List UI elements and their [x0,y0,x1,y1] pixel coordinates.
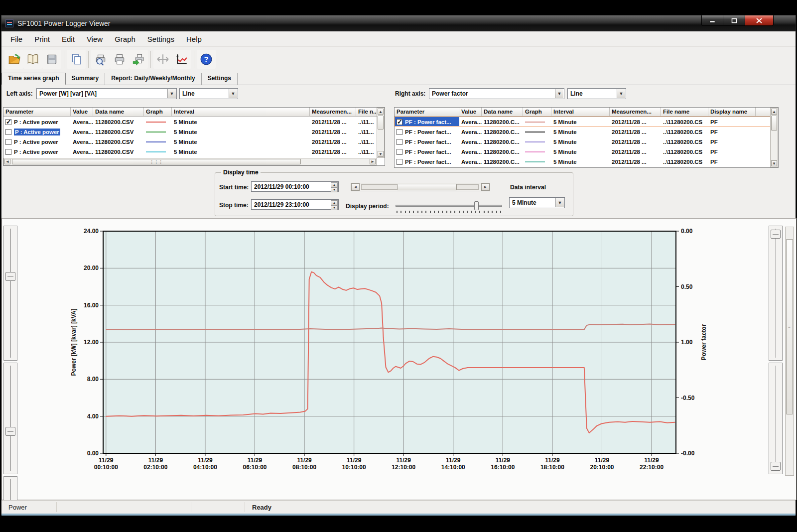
slider-thumb[interactable] [771,230,781,239]
row-checkbox[interactable] [397,129,402,135]
chart-vertical-scrollbar[interactable]: ≡ [785,227,794,476]
scroll-left-icon[interactable]: ◄ [351,183,360,191]
tab-time-series-graph[interactable]: Time series graph [1,73,66,85]
save-button[interactable] [42,50,61,69]
menu-item-edit[interactable]: Edit [56,33,81,45]
row-checkbox[interactable] [5,139,11,145]
menu-item-settings[interactable]: Settings [141,33,180,45]
column-header-6[interactable]: File n... [356,108,377,116]
scroll-down-icon[interactable]: ▼ [771,160,777,166]
row-checkbox[interactable] [5,129,11,135]
open-file-button[interactable] [4,50,23,69]
chevron-down-icon[interactable]: ▼ [167,89,176,98]
scroll-down-icon[interactable]: ▼ [378,151,384,157]
table-horizontal-scrollbar[interactable]: ◄⋮⋮⋮► [3,158,377,165]
right-axis-select[interactable]: Power factor ▼ [429,88,564,99]
column-header-0[interactable]: Parameter [395,108,459,116]
title-bar[interactable]: SF1001 Power Logger Viewer [1,15,796,31]
tab-summary[interactable]: Summary [66,73,106,85]
column-header-4[interactable]: Interval [172,108,310,116]
column-header-1[interactable]: Value [459,108,482,116]
stop-time-spinner[interactable]: ▲▼ [331,200,338,209]
row-checkbox[interactable] [397,139,402,145]
spin-up-icon[interactable]: ▲ [331,182,338,187]
chevron-down-icon[interactable]: ▼ [617,89,625,98]
column-header-4[interactable]: Interval [551,108,610,116]
spin-down-icon[interactable]: ▼ [331,205,338,210]
scrollbar-thumb[interactable]: ⋮⋮⋮ [12,159,301,164]
print-export-button[interactable] [129,50,148,69]
tab-settings[interactable]: Settings [202,73,238,85]
pan-horizontal-button[interactable] [153,50,172,69]
help-button[interactable]: ? [197,50,216,69]
right-style-select[interactable]: Line ▼ [567,88,626,99]
chevron-down-icon[interactable]: ▼ [229,89,237,98]
scroll-right-icon[interactable]: ► [370,159,376,164]
row-checkbox[interactable] [5,119,11,125]
spin-down-icon[interactable]: ▼ [331,187,338,192]
row-checkbox[interactable] [397,159,402,165]
left-axis-upper-slider[interactable] [3,226,17,361]
chevron-down-icon[interactable]: ▼ [555,198,564,207]
column-header-3[interactable]: Graph [523,108,551,116]
table-vertical-scrollbar[interactable]: ▲▼ [770,108,778,167]
copy-button[interactable] [67,50,86,69]
scrollbar-thumb[interactable]: ≡ [786,239,793,414]
right-axis-lower-slider[interactable] [769,363,783,474]
table-row[interactable]: P : Active powerAvera...11280200.CSV5 Mi… [3,136,385,146]
menu-item-help[interactable]: Help [180,33,208,45]
slider-thumb[interactable] [5,427,15,436]
left-axis-lower-slider[interactable] [3,363,17,474]
start-time-spinner[interactable]: ▲▼ [331,182,338,191]
table-row[interactable]: PF : Power fact...Avera...11280200.C...5… [395,127,778,136]
column-header-1[interactable]: Value [71,108,93,116]
table-row[interactable]: P : Active powerAvera...11280200.CSV5 Mi… [3,117,385,127]
time-window-scrollbar[interactable]: ◄ ► [351,183,490,191]
menu-item-graph[interactable]: Graph [109,33,141,45]
left-style-select[interactable]: Line ▼ [179,88,238,99]
slider-thumb[interactable] [5,272,15,281]
scroll-up-icon[interactable]: ▲ [771,109,777,115]
table-row[interactable]: PF : Power fact...Avera...11280200.C...5… [395,146,778,156]
graph-settings-button[interactable] [172,50,191,69]
display-period-slider[interactable] [396,205,502,207]
scroll-up-icon[interactable]: ▲ [378,109,384,115]
print-button[interactable] [110,50,129,69]
start-time-field[interactable]: 2012/11/29 00:10:00 ▲▼ [251,181,339,192]
row-checkbox[interactable] [397,149,402,155]
column-header-7[interactable]: Display name [708,108,756,116]
scrollbar-thumb[interactable] [378,116,384,130]
table-row[interactable]: PF : Power fact...Avera...11280200.C...5… [395,136,778,146]
stop-time-field[interactable]: 2012/11/29 23:10:00 ▲▼ [251,199,339,210]
tab-report-daily-weekly-monthly[interactable]: Report: Daily/Weekly/Monthly [105,73,201,85]
column-header-2[interactable]: Data name [482,108,523,116]
maximize-button[interactable] [723,15,745,26]
row-checkbox[interactable] [397,119,402,125]
column-header-5[interactable]: Measuremen... [310,108,356,116]
table-vertical-scrollbar[interactable]: ▲▼ [377,108,385,158]
column-header-3[interactable]: Graph [144,108,172,116]
open-book-button[interactable] [23,50,42,69]
print-preview-button[interactable] [91,50,110,69]
minimize-button[interactable] [701,15,723,26]
menu-item-view[interactable]: View [81,33,109,45]
left-axis-select[interactable]: Power [W] [var] [VA] ▼ [36,88,177,99]
scroll-left-icon[interactable]: ◄ [4,159,10,164]
spin-up-icon[interactable]: ▲ [331,200,338,205]
display-period-thumb[interactable] [474,201,479,210]
column-header-2[interactable]: Data name [93,108,144,116]
scrollbar-thumb[interactable] [771,116,777,131]
table-row[interactable]: PF : Power fact...Avera...11280200.C...5… [395,117,778,127]
column-header-0[interactable]: Parameter [3,108,71,116]
scrollbar-thumb[interactable] [397,184,457,190]
chevron-down-icon[interactable]: ▼ [555,89,563,98]
menu-item-print[interactable]: Print [28,33,56,45]
row-checkbox[interactable] [5,149,11,155]
right-axis-upper-slider[interactable] [769,226,783,361]
data-interval-select[interactable]: 5 Minute ▼ [509,197,565,208]
column-header-6[interactable]: File name [661,108,708,116]
slider-thumb[interactable] [771,462,781,471]
table-row[interactable]: P : Active powerAvera...11280200.CSV5 Mi… [3,146,385,156]
close-button[interactable] [745,15,774,26]
table-row[interactable]: P : Active powerAvera...11280200.CSV5 Mi… [3,127,385,136]
